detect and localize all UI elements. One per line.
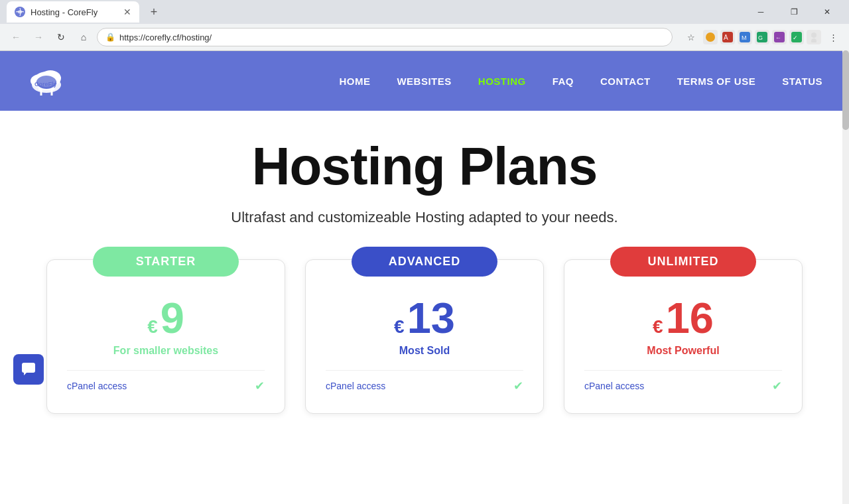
new-tab-button[interactable]: + (145, 3, 163, 21)
svg-rect-24 (22, 363, 35, 373)
starter-check-icon: ✔ (255, 379, 265, 393)
unlimited-check-icon: ✔ (772, 379, 782, 393)
svg-text:✓: ✓ (793, 34, 798, 41)
ext-icon-4[interactable]: G (755, 30, 769, 44)
unlimited-feature: cPanel access (584, 381, 644, 391)
pricing-section: STARTER € 9 For smaller websites cPanel … (40, 259, 809, 414)
starter-feature: cPanel access (67, 381, 127, 391)
site-header: CoreFly HOME WEBSITES HOSTING FAQ CONTAC… (0, 51, 849, 111)
pricing-card-advanced: ADVANCED € 13 Most Sold cPanel access ✔ (305, 259, 544, 414)
starter-feature-row: cPanel access ✔ (67, 370, 265, 393)
advanced-check-icon: ✔ (513, 379, 523, 393)
svg-text:←: ← (775, 34, 781, 41)
scrollbar-thumb[interactable] (842, 50, 849, 130)
ext-icon-1[interactable] (703, 30, 718, 44)
svg-text:G: G (758, 34, 763, 41)
url-bar[interactable]: 🔒 https://corefly.cf/hosting/ (97, 28, 673, 46)
restore-button[interactable]: ❐ (779, 0, 809, 24)
nav-contact[interactable]: CONTACT (600, 76, 651, 87)
unlimited-badge: UNLIMITED (610, 247, 756, 277)
svg-text:A: A (724, 34, 728, 41)
title-bar: Hosting - CoreFly ✕ + ─ ❐ ✕ (0, 0, 849, 24)
starter-price: 9 (161, 296, 184, 340)
ext-icon-3[interactable]: M (738, 30, 752, 44)
address-bar: ← → ↻ ⌂ 🔒 https://corefly.cf/hosting/ ☆ … (0, 24, 849, 50)
starter-price-row: € 9 (67, 296, 265, 340)
advanced-currency: € (394, 316, 405, 338)
unlimited-price-row: € 16 (584, 296, 782, 340)
main-content: Hosting Plans Ultrafast and customizeabl… (0, 111, 849, 434)
nav-hosting[interactable]: HOSTING (478, 76, 526, 87)
unlimited-label: Most Powerful (584, 345, 782, 357)
refresh-button[interactable]: ↻ (52, 28, 70, 46)
unlimited-feature-row: cPanel access ✔ (584, 370, 782, 393)
ext-icon-5[interactable]: ← (772, 30, 787, 44)
svg-marker-25 (24, 373, 27, 375)
advanced-feature: cPanel access (326, 381, 385, 391)
unlimited-price: 16 (666, 296, 714, 340)
bookmark-button[interactable]: ☆ (682, 28, 700, 46)
address-actions: ☆ A M G ← ✓ ⋮ (682, 28, 842, 46)
url-text: https://corefly.cf/hosting/ (119, 32, 212, 42)
browser-chrome: Hosting - CoreFly ✕ + ─ ❐ ✕ ← → ↻ ⌂ 🔒 ht… (0, 0, 849, 51)
svg-text:M: M (742, 34, 747, 41)
nav-faq[interactable]: FAQ (553, 76, 574, 87)
advanced-label: Most Sold (326, 345, 523, 357)
tab-title: Hosting - CoreFly (31, 7, 98, 17)
home-button[interactable]: ⌂ (74, 28, 93, 46)
logo[interactable]: CoreFly (27, 61, 66, 101)
page-title: Hosting Plans (40, 137, 809, 196)
window-controls: ─ ❐ ✕ (746, 0, 842, 24)
unlimited-currency: € (653, 316, 663, 338)
starter-label: For smaller websites (67, 345, 265, 357)
pricing-card-unlimited: UNLIMITED € 16 Most Powerful cPanel acce… (564, 259, 803, 414)
svg-point-1 (706, 32, 715, 42)
ext-icon-2[interactable]: A (720, 30, 735, 44)
pricing-card-starter: STARTER € 9 For smaller websites cPanel … (46, 259, 285, 414)
svg-point-13 (811, 38, 816, 42)
website-content: CoreFly HOME WEBSITES HOSTING FAQ CONTAC… (0, 51, 849, 434)
scrollbar[interactable] (842, 50, 849, 504)
advanced-price: 13 (407, 296, 455, 340)
advanced-badge: ADVANCED (352, 247, 497, 277)
menu-button[interactable]: ⋮ (824, 28, 842, 46)
navigation: HOME WEBSITES HOSTING FAQ CONTACT TERMS … (339, 76, 822, 87)
page-subtitle: Ultrafast and customizeable Hosting adap… (40, 209, 809, 226)
lock-icon: 🔒 (105, 32, 115, 42)
page-title-section: Hosting Plans Ultrafast and customizeabl… (40, 137, 809, 226)
tab-close-button[interactable]: ✕ (123, 7, 131, 17)
minimize-button[interactable]: ─ (746, 0, 776, 24)
forward-button[interactable]: → (29, 28, 48, 46)
starter-currency: € (147, 316, 158, 338)
browser-tab[interactable]: Hosting - CoreFly ✕ (7, 1, 139, 23)
ext-icon-7[interactable] (807, 30, 821, 44)
svg-text:CoreFly: CoreFly (34, 81, 57, 88)
ext-icon-6[interactable]: ✓ (789, 30, 804, 44)
advanced-feature-row: cPanel access ✔ (326, 370, 523, 393)
close-button[interactable]: ✕ (812, 0, 842, 24)
advanced-price-row: € 13 (326, 296, 523, 340)
tab-favicon (15, 7, 25, 17)
nav-home[interactable]: HOME (339, 76, 370, 87)
back-button[interactable]: ← (7, 28, 25, 46)
nav-status[interactable]: STATUS (782, 76, 822, 87)
starter-badge: STARTER (93, 247, 239, 277)
nav-terms[interactable]: TERMS OF USE (677, 76, 756, 87)
nav-websites[interactable]: WEBSITES (397, 76, 451, 87)
svg-point-12 (811, 32, 816, 38)
chat-button[interactable] (13, 354, 44, 385)
